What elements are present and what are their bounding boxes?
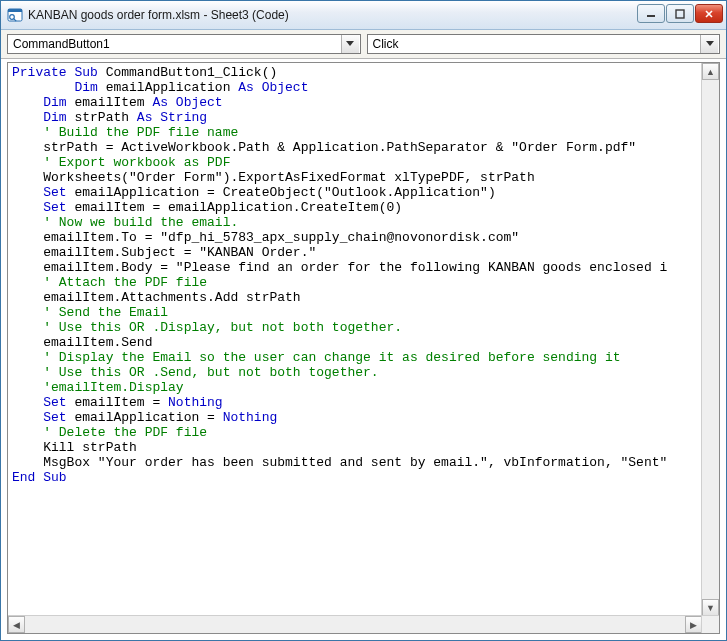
window-controls xyxy=(637,4,723,23)
scroll-left-icon[interactable]: ◀ xyxy=(8,616,25,633)
code-window: KANBAN goods order form.xlsm - Sheet3 (C… xyxy=(0,0,727,641)
window-title: KANBAN goods order form.xlsm - Sheet3 (C… xyxy=(28,8,289,22)
svg-rect-5 xyxy=(676,10,684,18)
svg-marker-8 xyxy=(346,41,354,46)
scroll-up-icon[interactable]: ▲ xyxy=(702,63,719,80)
object-combo[interactable]: CommandButton1 xyxy=(7,34,361,54)
app-icon xyxy=(7,7,23,23)
close-button[interactable] xyxy=(695,4,723,23)
scroll-corner xyxy=(701,615,719,633)
code-text[interactable]: Private Sub CommandButton1_Click() Dim e… xyxy=(8,63,719,489)
scroll-track[interactable] xyxy=(702,80,719,599)
dropdown-toolbar: CommandButton1 Click xyxy=(1,30,726,59)
scroll-track[interactable] xyxy=(25,616,685,633)
svg-rect-1 xyxy=(8,9,22,12)
object-combo-value: CommandButton1 xyxy=(13,37,110,51)
procedure-combo-value: Click xyxy=(373,37,399,51)
chevron-down-icon xyxy=(700,35,718,53)
code-pane: Private Sub CommandButton1_Click() Dim e… xyxy=(7,62,720,634)
vertical-scrollbar[interactable]: ▲ ▼ xyxy=(701,63,719,616)
maximize-button[interactable] xyxy=(666,4,694,23)
minimize-button[interactable] xyxy=(637,4,665,23)
scroll-right-icon[interactable]: ▶ xyxy=(685,616,702,633)
svg-rect-4 xyxy=(647,15,655,17)
horizontal-scrollbar[interactable]: ◀ ▶ xyxy=(8,615,702,633)
procedure-combo[interactable]: Click xyxy=(367,34,721,54)
scroll-down-icon[interactable]: ▼ xyxy=(702,599,719,616)
titlebar[interactable]: KANBAN goods order form.xlsm - Sheet3 (C… xyxy=(1,1,726,30)
chevron-down-icon xyxy=(341,35,359,53)
svg-marker-9 xyxy=(706,41,714,46)
code-viewport[interactable]: Private Sub CommandButton1_Click() Dim e… xyxy=(8,63,719,633)
